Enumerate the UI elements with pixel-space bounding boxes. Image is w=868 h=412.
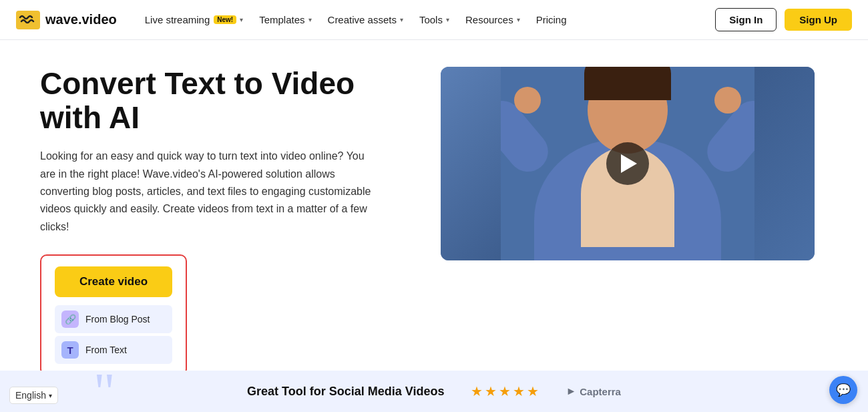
svg-rect-0	[16, 11, 40, 29]
from-text-option[interactable]: T From Text	[55, 336, 172, 364]
star-4: ★	[513, 383, 525, 399]
bottom-strip: " Great Tool for Social Media Videos ★ ★…	[0, 371, 868, 412]
hero-right	[441, 67, 828, 376]
logo-text: wave.video	[45, 12, 117, 27]
nav-item-livestreaming[interactable]: Live streaming New! ▾	[138, 10, 250, 29]
capterra-icon: ►	[566, 385, 576, 397]
capterra-label: Capterra	[580, 386, 621, 397]
cta-options: 🔗 From Blog Post T From Text	[55, 305, 172, 364]
cta-box: Create video 🔗 From Blog Post T From Tex…	[40, 254, 187, 376]
star-rating: ★ ★ ★ ★ ★	[471, 383, 539, 399]
language-selector[interactable]: English ▾	[9, 387, 58, 404]
video-thumbnail[interactable]	[441, 67, 815, 260]
hero-left: Convert Text to Video with AI Looking fo…	[40, 67, 401, 376]
create-video-button[interactable]: Create video	[55, 266, 172, 297]
play-button[interactable]	[606, 142, 649, 185]
nav-item-tools[interactable]: Tools ▾	[413, 10, 456, 29]
chat-icon: 💬	[836, 383, 851, 397]
hero-description: Looking for an easy and quick way to tur…	[40, 148, 374, 236]
chevron-down-icon: ▾	[240, 16, 243, 23]
nav-item-pricing[interactable]: Pricing	[529, 10, 574, 29]
signin-button[interactable]: Sign In	[715, 8, 777, 31]
chevron-down-icon: ▾	[517, 16, 520, 23]
navbar: wave.video Live streaming New! ▾ Templat…	[0, 0, 868, 40]
chevron-down-icon: ▾	[49, 392, 52, 399]
new-badge: New!	[214, 15, 236, 24]
star-1: ★	[471, 383, 483, 399]
star-2: ★	[485, 383, 497, 399]
from-blog-post-option[interactable]: 🔗 From Blog Post	[55, 305, 172, 333]
bottom-strip-text: Great Tool for Social Media Videos	[247, 385, 444, 399]
link-icon: 🔗	[61, 311, 79, 328]
quote-decoration: "	[93, 365, 116, 412]
nav-item-resources[interactable]: Resources ▾	[459, 10, 527, 29]
nav-items: Live streaming New! ▾ Templates ▾ Creati…	[138, 10, 716, 29]
nav-item-templates[interactable]: Templates ▾	[252, 10, 318, 29]
chat-bubble-button[interactable]: 💬	[829, 376, 857, 404]
video-background	[441, 67, 815, 260]
text-icon: T	[61, 341, 79, 359]
nav-actions: Sign In Sign Up	[715, 8, 852, 31]
chevron-down-icon: ▾	[446, 16, 449, 23]
chevron-down-icon: ▾	[400, 16, 403, 23]
main-content: Convert Text to Video with AI Looking fo…	[0, 40, 868, 376]
chevron-down-icon: ▾	[308, 16, 312, 23]
play-icon	[621, 154, 637, 173]
logo[interactable]: wave.video	[16, 11, 117, 29]
language-label: English	[15, 390, 46, 401]
nav-item-creative-assets[interactable]: Creative assets ▾	[321, 10, 410, 29]
star-3: ★	[499, 383, 511, 399]
capterra-badge: ► Capterra	[566, 385, 621, 397]
signup-button[interactable]: Sign Up	[785, 9, 852, 31]
hero-title: Convert Text to Video with AI	[40, 67, 401, 134]
star-5: ★	[527, 383, 539, 399]
